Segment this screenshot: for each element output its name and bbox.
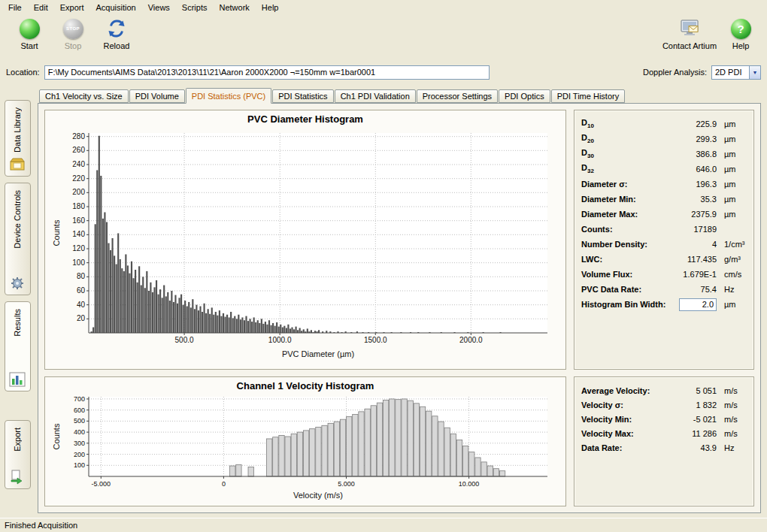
svg-text:140: 140 <box>72 230 85 238</box>
velocity-histogram-panel: Channel 1 Velocity Histogram 10020030040… <box>44 376 566 506</box>
histogram-bin-width-input[interactable] <box>679 298 717 311</box>
stat-row: Histogram Bin Width:µm <box>581 297 747 312</box>
stat-unit: µm <box>717 180 747 189</box>
stat-value: 35.3 <box>668 195 717 204</box>
svg-text:100: 100 <box>72 258 85 267</box>
stop-icon: STOP <box>63 19 83 39</box>
stat-value: 4 <box>668 240 717 249</box>
menu-acquisition[interactable]: Acquisition <box>90 2 142 14</box>
stat-row: Diameter Min:35.3µm <box>581 192 747 207</box>
start-button[interactable]: Start <box>8 18 51 50</box>
stat-label: D32 <box>581 163 668 174</box>
sidebar-item-data-library[interactable]: Data Library <box>5 100 31 177</box>
help-button[interactable]: ? Help <box>725 18 756 50</box>
reload-icon <box>106 18 127 39</box>
results-icon <box>9 372 26 387</box>
svg-text:260: 260 <box>72 146 85 154</box>
velocity-chart-title: Channel 1 Velocity Histogram <box>237 380 374 393</box>
doppler-analysis-value: 2D PDI <box>712 68 749 77</box>
content-area: Ch1 Velocity vs. SizePDI VolumePDI Stati… <box>35 82 767 518</box>
stat-value: 1 832 <box>668 401 717 410</box>
tab-pdi-statistics[interactable]: PDI Statistics <box>272 89 333 103</box>
tab-pdi-statistics-pvc[interactable]: PDI Statistics (PVC) <box>186 88 271 104</box>
stat-label: D20 <box>581 133 668 144</box>
menu-export[interactable]: Export <box>54 2 90 14</box>
pvc-chart-title: PVC Diameter Histogram <box>247 113 363 127</box>
menu-network[interactable]: Network <box>213 2 255 14</box>
stat-row: D20299.3µm <box>581 131 747 147</box>
svg-text:2000.0: 2000.0 <box>459 336 483 344</box>
stat-row: D30386.8µm <box>581 147 747 162</box>
velocity-histogram-chart: 100200300400500600700-5.00005.00010.000V… <box>51 393 559 503</box>
svg-text:1500.0: 1500.0 <box>364 336 387 344</box>
doppler-analysis-select[interactable]: 2D PDI ▼ <box>711 65 761 80</box>
location-input[interactable] <box>44 65 490 80</box>
stop-icon-text: STOP <box>66 26 80 31</box>
tab-pdi-volume[interactable]: PDI Volume <box>129 89 185 103</box>
stop-button[interactable]: STOP Stop <box>51 18 95 50</box>
svg-text:500.0: 500.0 <box>175 336 194 344</box>
sidebar-item-device-controls[interactable]: Device Controls <box>5 183 31 295</box>
tab-pdi-time-history[interactable]: PDI Time History <box>551 89 626 103</box>
contact-artium-button[interactable]: Contact Artium <box>660 18 719 50</box>
tab-ch1-pdi-validation[interactable]: Ch1 PDI Validation <box>335 89 416 103</box>
sidebar-item-export[interactable]: Export <box>5 420 31 489</box>
stat-row: Number Density:41/cm³ <box>581 237 747 252</box>
stat-unit: 1/cm³ <box>717 240 747 249</box>
stat-unit: m/s <box>717 386 747 395</box>
pvc-diameter-histogram-panel: PVC Diameter Histogram 20406080100120140… <box>44 110 566 370</box>
stat-label: Diameter σ: <box>581 180 668 189</box>
sidebar-item-label: Results <box>13 309 22 337</box>
svg-text:20: 20 <box>77 314 86 322</box>
tab-ch1-velocity-vs-size[interactable]: Ch1 Velocity vs. Size <box>39 89 129 103</box>
stat-value: 225.9 <box>668 119 717 128</box>
location-bar: Location: Doppler Analysis: 2D PDI ▼ <box>0 62 767 82</box>
svg-text:700: 700 <box>74 395 85 403</box>
stat-label: Diameter Max: <box>581 210 668 219</box>
pvc-diameter-histogram-chart: 2040608010012014016018020022024026028050… <box>51 127 559 361</box>
export-icon <box>9 470 26 485</box>
tab-pdi-optics[interactable]: PDI Optics <box>499 89 550 103</box>
svg-text:240: 240 <box>72 160 85 168</box>
menu-edit[interactable]: Edit <box>28 2 54 14</box>
sidebar-item-label: Export <box>13 428 22 452</box>
status-bar: Finished Acquisition <box>0 518 767 532</box>
svg-text:400: 400 <box>74 428 85 436</box>
data-library-icon <box>9 157 26 172</box>
stat-unit: µm <box>717 195 747 204</box>
menu-help[interactable]: Help <box>256 2 285 14</box>
stat-label: D30 <box>581 148 668 159</box>
menu-file[interactable]: File <box>2 2 28 14</box>
stat-unit: Hz <box>717 443 747 452</box>
stat-unit: Hz <box>717 285 747 294</box>
sidebar-item-results[interactable]: Results <box>5 301 31 391</box>
stat-value: 117.435 <box>668 255 717 264</box>
menu-scripts[interactable]: Scripts <box>176 2 214 14</box>
toolbar: Start STOP Stop Reload <box>0 14 767 62</box>
stat-value: 386.8 <box>668 150 717 159</box>
contact-artium-icon <box>679 18 700 39</box>
stat-row: LWC:117.435g/m³ <box>581 252 747 267</box>
doppler-analysis-label: Doppler Analysis: <box>643 68 707 77</box>
sidebar-item-label: Device Controls <box>13 190 22 249</box>
stat-value: 1.679E-1 <box>668 270 717 279</box>
svg-text:80: 80 <box>77 272 86 280</box>
device-controls-icon <box>9 276 26 291</box>
stat-row: Velocity σ:1 832m/s <box>581 397 747 412</box>
chevron-down-icon: ▼ <box>749 66 760 79</box>
stat-value: 196.3 <box>668 180 717 189</box>
stat-value: 11 286 <box>668 429 717 438</box>
stat-label: Diameter Min: <box>581 195 668 204</box>
menu-views[interactable]: Views <box>142 2 176 14</box>
stat-label: LWC: <box>581 255 668 264</box>
stat-label: D10 <box>581 118 668 129</box>
svg-text:5.000: 5.000 <box>338 480 355 488</box>
tab-processor-settings[interactable]: Processor Settings <box>417 89 498 103</box>
reload-button[interactable]: Reload <box>95 18 138 50</box>
stat-label: Counts: <box>581 225 668 234</box>
stat-row: PVC Data Rate:75.4Hz <box>581 282 747 297</box>
stat-label: Velocity σ: <box>581 401 668 410</box>
stat-row: Velocity Min:-5 021m/s <box>581 412 747 426</box>
stat-label: Number Density: <box>581 240 668 249</box>
main-area: Data LibraryDevice ControlsResultsExport… <box>0 82 767 518</box>
